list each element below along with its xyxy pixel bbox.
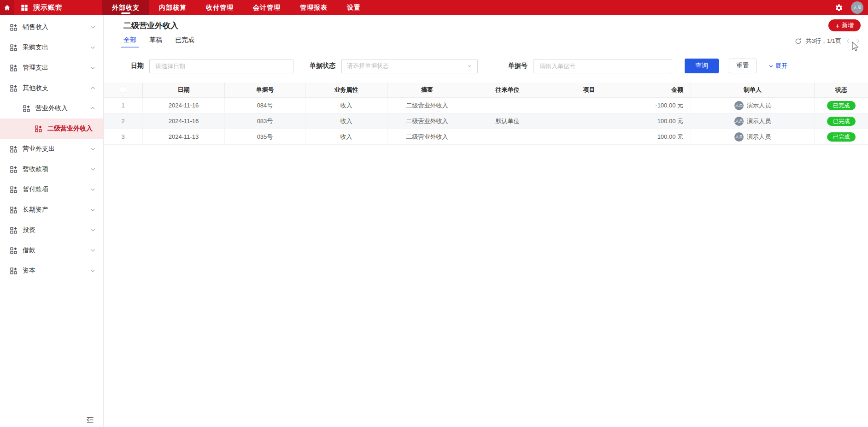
creator-name: 演示人员: [747, 101, 771, 110]
reset-button[interactable]: 重置: [729, 59, 757, 73]
active-tab-underline: [121, 47, 139, 48]
tab-label: 草稿: [149, 36, 162, 43]
module-block-icon: [35, 125, 42, 132]
sidebar-item[interactable]: 管理支出: [0, 58, 103, 78]
account-set-name[interactable]: 演示账套: [33, 3, 63, 12]
nav-item-label: 内部核算: [159, 4, 187, 12]
row-index-cell-value: 2: [121, 118, 124, 125]
nav-item-label: 外部收支: [112, 4, 140, 12]
date-cell-value: 2024-11-16: [169, 118, 199, 125]
summary-cell-value: 二级营业外收入: [406, 101, 448, 110]
column-header: 金额: [630, 83, 691, 97]
status-badge: 已完成: [827, 117, 856, 126]
collapse-sidebar-icon[interactable]: [86, 416, 94, 423]
apps-grid-button[interactable]: [21, 4, 28, 12]
chevron-down-icon: [768, 64, 774, 69]
select-all-checkbox[interactable]: [120, 87, 126, 93]
status-select-placeholder: 请选择单据状态: [347, 62, 389, 70]
nav-item[interactable]: 收付管理: [196, 0, 243, 15]
date-cell-value: 2024-11-13: [169, 133, 199, 140]
status-cell: 已完成: [815, 129, 868, 144]
tab-active[interactable]: 全部: [123, 36, 136, 48]
status-filter-select[interactable]: 请选择单据状态: [341, 59, 478, 73]
row-index-cell: 1: [104, 98, 143, 113]
column-header: 往来单位: [467, 83, 548, 97]
tab-item[interactable]: 草稿: [149, 36, 162, 48]
navbar-right: 人员: [835, 0, 868, 15]
amount-cell: 100.00 元: [630, 113, 691, 129]
creator-avatar: 人员: [734, 101, 744, 110]
column-header-label: 摘要: [421, 86, 433, 94]
creator-name: 演示人员: [747, 133, 771, 141]
nav-item-label: 会计管理: [253, 4, 281, 12]
sidebar-item-label: 资本: [23, 267, 35, 275]
chevron-up-icon: [90, 106, 96, 112]
home-button[interactable]: [0, 0, 14, 15]
date-filter-input[interactable]: [149, 59, 293, 73]
sidebar-item-label: 采购支出: [23, 43, 48, 52]
creator-cell: 人员演示人员: [691, 113, 815, 129]
select-all-cell: [104, 83, 143, 97]
nav-item[interactable]: 会计管理: [243, 0, 290, 15]
biz-type-cell-value: 收入: [340, 117, 352, 125]
sidebar-item[interactable]: 暂收款项: [0, 159, 103, 179]
amount-cell-value: 100.00 元: [657, 117, 683, 125]
biz-type-cell: 收入: [305, 98, 387, 113]
date-cell-value: 2024-11-16: [169, 102, 199, 109]
summary-cell: 二级营业外收入: [387, 129, 467, 144]
chevron-down-icon: [90, 146, 96, 152]
chevron-down-icon: [90, 248, 96, 254]
column-header: 业务属性: [305, 83, 387, 97]
nav-item[interactable]: 外部收支: [102, 0, 149, 15]
sidebar-item[interactable]: 二级营业外收入: [0, 119, 103, 139]
next-page-icon[interactable]: [855, 38, 861, 44]
nav-item-label: 收付管理: [206, 4, 234, 12]
partner-cell-value: 默认单位: [496, 117, 520, 125]
column-header: 单据号: [225, 83, 305, 97]
partner-cell: 默认单位: [467, 113, 548, 129]
sidebar-item-label: 管理支出: [23, 64, 48, 72]
top-navbar: 演示账套 外部收支内部核算收付管理会计管理管理报表设置 人员: [0, 0, 868, 15]
nav-item[interactable]: 设置: [337, 0, 370, 15]
module-block-icon: [10, 247, 17, 254]
column-header-label: 单据号: [256, 86, 274, 94]
sidebar-item[interactable]: 借款: [0, 240, 103, 261]
amount-cell: 100.00 元: [630, 129, 691, 144]
sidebar-item[interactable]: 资本: [0, 261, 103, 281]
sidebar-item[interactable]: 采购支出: [0, 37, 103, 58]
tab-item[interactable]: 已完成: [175, 36, 194, 48]
nav-item[interactable]: 管理报表: [290, 0, 337, 15]
sidebar-item[interactable]: 营业外支出: [0, 139, 103, 159]
expand-filters-link[interactable]: 展开: [768, 62, 787, 70]
search-button[interactable]: 查询: [685, 59, 719, 73]
doc-no-cell: 083号: [225, 113, 305, 129]
column-header: 摘要: [387, 83, 467, 97]
doc-no-cell-value: 084号: [257, 101, 273, 110]
amount-cell-value: 100.00 元: [657, 133, 683, 141]
table-row[interactable]: 12024-11-16084号收入二级营业外收入-100.00 元人员演示人员已…: [104, 98, 868, 113]
sidebar-item-label: 长期资产: [23, 206, 48, 214]
add-button[interactable]: + 新增: [828, 19, 861, 31]
sidebar-item[interactable]: 暂付款项: [0, 179, 103, 200]
sidebar-item[interactable]: 销售收入: [0, 17, 103, 37]
sidebar-item-label: 暂收款项: [23, 165, 48, 173]
refresh-icon[interactable]: [795, 38, 802, 45]
sidebar-item[interactable]: 长期资产: [0, 200, 103, 220]
summary-cell-value: 二级营业外收入: [406, 133, 448, 141]
table-row[interactable]: 22024-11-16083号收入二级营业外收入默认单位100.00 元人员演示…: [104, 113, 868, 129]
nav-item[interactable]: 内部核算: [149, 0, 196, 15]
sidebar-item-label: 营业外收入: [35, 104, 68, 113]
chevron-down-icon: [90, 207, 96, 213]
status-cell: 已完成: [815, 98, 868, 113]
table-row[interactable]: 32024-11-13035号收入二级营业外收入100.00 元人员演示人员已完…: [104, 129, 868, 145]
sidebar-item[interactable]: 营业外收入: [0, 98, 103, 119]
row-index-cell-value: 3: [121, 133, 124, 140]
sidebar-item[interactable]: 投资: [0, 220, 103, 240]
settings-gear-icon[interactable]: [835, 4, 843, 12]
chevron-down-icon: [467, 63, 472, 69]
docno-filter-input[interactable]: [534, 59, 672, 73]
doc-no-cell: 084号: [225, 98, 305, 113]
prev-page-icon[interactable]: [845, 38, 851, 44]
user-avatar[interactable]: 人员: [851, 1, 863, 14]
sidebar-item[interactable]: 其他收支: [0, 78, 103, 98]
